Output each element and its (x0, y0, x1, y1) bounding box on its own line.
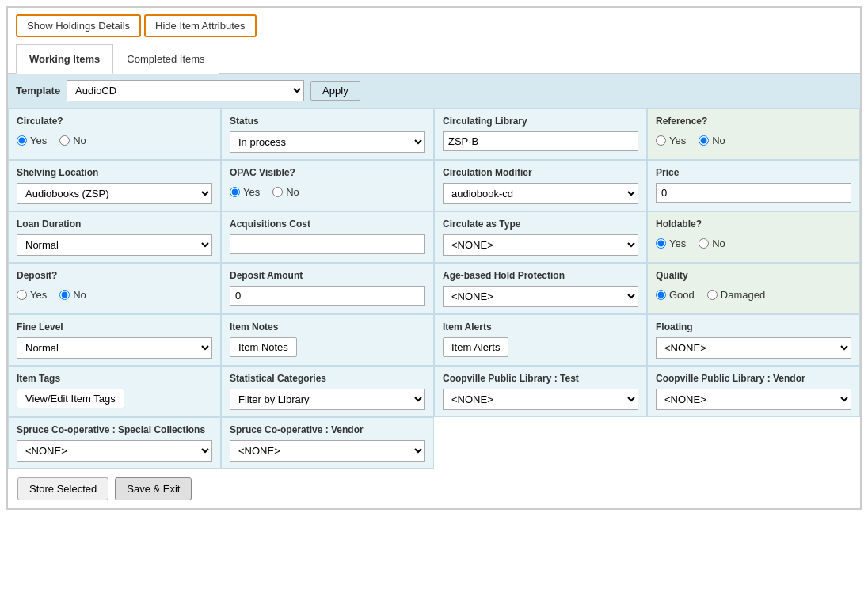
label-age-based-hold-protection: Age-based Hold Protection (443, 270, 638, 281)
field-item-alerts: Item Alerts Item Alerts (434, 314, 647, 366)
label-quality: Quality (656, 270, 851, 281)
coopville-test-select[interactable]: <NONE> Test1 Test2 (443, 389, 638, 410)
label-floating: Floating (656, 321, 851, 332)
field-circulate-as-type: Circulate as Type <NONE> Book DVD (434, 211, 647, 263)
radio-holdable-no[interactable]: No (699, 237, 725, 249)
template-bar: Template AudioCD Apply (8, 74, 860, 108)
shelving-location-select[interactable]: Audiobooks (ZSP) General Reference (17, 183, 212, 204)
tab-completed-items[interactable]: Completed Items (113, 44, 218, 74)
field-deposit: Deposit? Yes No (8, 263, 221, 314)
label-circulate-as-type: Circulate as Type (443, 218, 638, 230)
field-empty-2 (647, 417, 860, 469)
spruce-vendor-select[interactable]: <NONE> Vendor1 Vendor2 (230, 440, 425, 462)
field-empty-1 (434, 417, 647, 469)
radio-quality-damaged[interactable]: Damaged (707, 289, 765, 301)
label-acquisitions-cost: Acquisitions Cost (230, 218, 425, 230)
radio-reference: Yes No (656, 131, 851, 150)
item-alerts-button[interactable]: Item Alerts (443, 337, 508, 357)
field-circulation-modifier: Circulation Modifier audiobook-cd book d… (434, 160, 647, 211)
deposit-amount-input[interactable] (230, 286, 425, 306)
field-circulating-library: Circulating Library (434, 108, 647, 160)
field-holdable: Holdable? Yes No (647, 211, 860, 263)
floating-select[interactable]: <NONE> Yes No (656, 337, 851, 359)
radio-reference-no[interactable]: No (699, 135, 725, 146)
fine-level-select[interactable]: Normal Low High (17, 337, 212, 359)
field-circulate: Circulate? Yes No (8, 108, 221, 160)
bottom-bar: Store Selected Save & Exit (8, 469, 860, 508)
label-circulation-modifier: Circulation Modifier (443, 167, 638, 178)
label-fine-level: Fine Level (17, 321, 212, 332)
save-exit-button[interactable]: Save & Exit (115, 477, 192, 500)
circulating-library-input[interactable] (443, 131, 638, 151)
field-acquisitions-cost: Acquisitions Cost (221, 211, 434, 263)
label-circulating-library: Circulating Library (443, 116, 638, 127)
label-coopville-test: Coopville Public Library : Test (443, 373, 638, 384)
apply-button[interactable]: Apply (310, 81, 360, 101)
radio-circulate-yes[interactable]: Yes (17, 135, 47, 146)
field-deposit-amount: Deposit Amount (221, 263, 434, 314)
radio-circulate-no[interactable]: No (59, 135, 86, 146)
radio-reference-yes[interactable]: Yes (656, 135, 686, 146)
label-shelving-location: Shelving Location (17, 167, 212, 178)
view-edit-item-tags-button[interactable]: View/Edit Item Tags (17, 389, 124, 408)
top-bar: Show Holdings Details Hide Item Attribut… (8, 8, 860, 44)
radio-opac-visible: Yes No (230, 183, 425, 201)
label-deposit: Deposit? (17, 270, 212, 281)
price-input[interactable] (656, 183, 851, 203)
acquisitions-cost-input[interactable] (230, 234, 425, 254)
label-status: Status (230, 116, 425, 127)
label-item-notes: Item Notes (230, 321, 425, 332)
field-loan-duration: Loan Duration Normal Extended Short (8, 211, 221, 263)
radio-deposit-no[interactable]: No (59, 289, 86, 301)
template-label: Template (16, 85, 60, 97)
field-coopville-test: Coopville Public Library : Test <NONE> T… (434, 366, 647, 417)
item-notes-button[interactable]: Item Notes (230, 337, 297, 357)
label-statistical-categories: Statistical Categories (230, 373, 425, 384)
field-age-based-hold-protection: Age-based Hold Protection <NONE> 6 month… (434, 263, 647, 314)
radio-quality: Good Damaged (656, 286, 851, 304)
label-spruce-vendor: Spruce Co-operative : Vendor (230, 424, 425, 435)
store-selected-button[interactable]: Store Selected (17, 477, 108, 500)
field-item-tags: Item Tags View/Edit Item Tags (8, 366, 221, 417)
spruce-special-collections-select[interactable]: <NONE> Spec1 Spec2 (17, 440, 212, 462)
radio-quality-good[interactable]: Good (656, 289, 695, 301)
label-item-alerts: Item Alerts (443, 321, 638, 332)
label-deposit-amount: Deposit Amount (230, 270, 425, 281)
label-reference: Reference? (656, 116, 851, 127)
radio-holdable: Yes No (656, 234, 851, 253)
field-item-notes: Item Notes Item Notes (221, 314, 434, 366)
coopville-vendor-select[interactable]: <NONE> Vendor1 Vendor2 (656, 389, 851, 410)
radio-deposit-yes[interactable]: Yes (17, 289, 47, 301)
label-spruce-special-collections: Spruce Co-operative : Special Collection… (17, 424, 212, 435)
status-select[interactable]: In process Available Checked Out (230, 131, 425, 153)
age-based-hold-protection-select[interactable]: <NONE> 6 months 1 year (443, 286, 638, 307)
circulation-modifier-select[interactable]: audiobook-cd book dvd (443, 183, 638, 204)
radio-circulate: Yes No (17, 131, 212, 150)
field-statistical-categories: Statistical Categories Filter by Library… (221, 366, 434, 417)
hide-item-attributes-button[interactable]: Hide Item Attributes (144, 14, 256, 37)
field-floating: Floating <NONE> Yes No (647, 314, 860, 366)
tabs-bar: Working Items Completed Items (8, 44, 860, 74)
label-holdable: Holdable? (656, 218, 851, 230)
circulate-as-type-select[interactable]: <NONE> Book DVD (443, 234, 638, 256)
field-price: Price (647, 160, 860, 211)
main-container: Show Holdings Details Hide Item Attribut… (6, 6, 862, 510)
field-reference: Reference? Yes No (647, 108, 860, 160)
field-coopville-vendor: Coopville Public Library : Vendor <NONE>… (647, 366, 860, 417)
field-quality: Quality Good Damaged (647, 263, 860, 314)
statistical-categories-select[interactable]: Filter by Library All (230, 389, 425, 410)
template-select[interactable]: AudioCD (67, 80, 304, 101)
label-loan-duration: Loan Duration (17, 218, 212, 230)
radio-opac-yes[interactable]: Yes (230, 186, 260, 198)
radio-deposit: Yes No (17, 286, 212, 304)
label-item-tags: Item Tags (17, 373, 212, 384)
radio-holdable-yes[interactable]: Yes (656, 237, 686, 249)
loan-duration-select[interactable]: Normal Extended Short (17, 234, 212, 256)
label-opac-visible: OPAC Visible? (230, 167, 425, 178)
label-price: Price (656, 167, 851, 178)
radio-opac-no[interactable]: No (272, 186, 299, 198)
fields-grid: Circulate? Yes No Status In process Avai… (8, 108, 860, 469)
show-holdings-details-button[interactable]: Show Holdings Details (16, 14, 141, 37)
tab-working-items[interactable]: Working Items (16, 44, 113, 74)
field-opac-visible: OPAC Visible? Yes No (221, 160, 434, 211)
